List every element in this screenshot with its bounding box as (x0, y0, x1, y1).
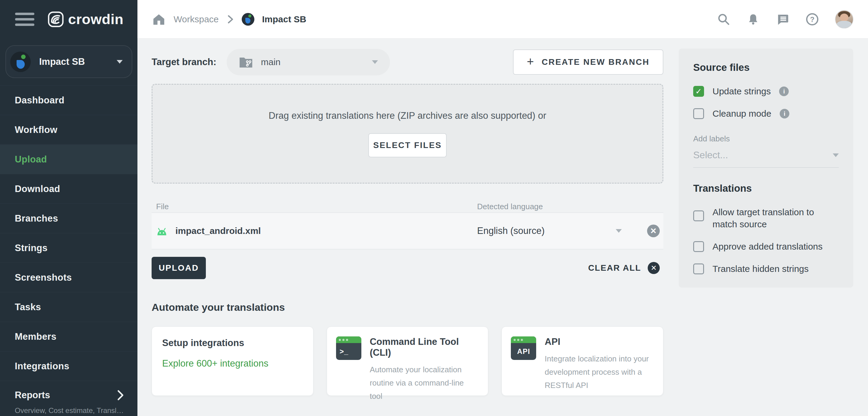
upload-button[interactable]: UPLOAD (152, 257, 206, 279)
files-table-header: File Detected language (152, 201, 663, 212)
branch-folder-icon (239, 56, 253, 68)
sidebar-item-download[interactable]: Download (0, 174, 137, 204)
remove-file-button[interactable]: ✕ (647, 225, 660, 237)
content: Target branch: (137, 38, 868, 416)
clear-all-label: CLEAR ALL (588, 263, 641, 273)
file-name: impact_android.xml (176, 226, 261, 236)
file-cell: impact_android.xml (152, 226, 477, 236)
files-table: File Detected language i (152, 201, 663, 249)
allow-target-match-checkbox[interactable] (693, 210, 704, 221)
sidebar-item-reports[interactable]: Reports Overview, Cost estimate, Transl… (0, 381, 137, 415)
sidebar-item-workflow[interactable]: Workflow (0, 115, 137, 144)
topbar-icons: ? (717, 10, 854, 29)
source-files-title: Source files (693, 62, 839, 73)
cleanup-mode-label: Cleanup mode (712, 108, 771, 120)
sidebar-item-branches[interactable]: Branches (0, 204, 137, 233)
translate-hidden-checkbox[interactable] (693, 264, 704, 274)
cleanup-mode-checkbox[interactable] (693, 108, 704, 119)
crowdin-wordmark: crowdin (68, 11, 124, 27)
app-root: crowdin Impact SB Dashboard Workflow Upl… (0, 0, 868, 416)
explore-integrations-link[interactable]: Explore 600+ integrations (162, 358, 268, 369)
translate-hidden-option: Translate hidden strings (693, 263, 839, 275)
sidebar-item-strings[interactable]: Strings (0, 233, 137, 263)
android-icon (156, 227, 167, 235)
target-branch-label: Target branch: (152, 57, 216, 67)
card-description: Integrate localization into your develop… (545, 352, 653, 392)
cleanup-mode-option: Cleanup mode i (693, 108, 839, 120)
dropzone[interactable]: Drag existing translations here (ZIP arc… (152, 84, 663, 184)
chevron-down-icon (616, 229, 622, 233)
card-setup-integrations[interactable]: Setup integrations Explore 600+ integrat… (152, 326, 313, 396)
target-branch-row: Target branch: (152, 49, 663, 76)
branch-select-value: main (261, 57, 372, 67)
topbar: Workspace Impact SB (137, 0, 868, 38)
menu-icon[interactable] (15, 13, 34, 26)
card-description: Automate your localization routine via a… (370, 363, 478, 403)
breadcrumb-workspace[interactable]: Workspace (174, 14, 219, 24)
sidebar-item-integrations[interactable]: Integrations (0, 351, 137, 381)
close-circle-icon: ✕ (648, 262, 660, 274)
home-icon[interactable] (152, 12, 166, 26)
upload-settings-panel: Source files ✓ Update strings i Cleanup … (679, 49, 853, 288)
translate-hidden-label: Translate hidden strings (712, 263, 809, 275)
labels-select-placeholder: Select... (693, 150, 728, 161)
search-icon[interactable] (717, 12, 731, 26)
chevron-down-icon (117, 60, 123, 64)
allow-target-match-label: Allow target translation to match source (712, 206, 839, 230)
chevron-right-icon (227, 14, 234, 24)
reports-label: Reports (15, 390, 50, 400)
sidebar: crowdin Impact SB Dashboard Workflow Upl… (0, 0, 137, 416)
create-new-branch-button[interactable]: + CREATE NEW BRANCH (513, 50, 663, 75)
question-icon[interactable]: ? (805, 12, 819, 26)
automation-cards: Setup integrations Explore 600+ integrat… (152, 326, 663, 396)
sidebar-item-screenshots[interactable]: Screenshots (0, 263, 137, 292)
breadcrumb: Workspace Impact SB (152, 12, 306, 26)
column-detected-language: Detected language (477, 202, 543, 211)
select-files-button[interactable]: SELECT FILES (368, 133, 447, 157)
sidebar-nav: Dashboard Workflow Upload Download Branc… (0, 85, 137, 416)
bell-icon[interactable] (746, 12, 760, 26)
labels-select[interactable]: Select... (693, 150, 839, 168)
column-file: File (152, 202, 477, 211)
card-title: Setup integrations (162, 338, 303, 349)
approve-added-option: Approve added translations (693, 241, 839, 252)
update-strings-option: ✓ Update strings i (693, 85, 839, 97)
sidebar-item-members[interactable]: Members (0, 322, 137, 351)
sidebar-item-tasks[interactable]: Tasks (0, 292, 137, 322)
automate-title: Automate your translations (152, 301, 663, 313)
breadcrumb-project: Impact SB (262, 14, 307, 24)
project-avatar (10, 52, 31, 72)
approve-added-checkbox[interactable] (693, 241, 704, 252)
clear-all-button[interactable]: CLEAR ALL ✕ (588, 262, 660, 274)
add-labels-label: Add labels (693, 134, 839, 144)
card-title: Command Line Tool (CLI) (370, 336, 479, 358)
table-row: impact_android.xml English (source) ✕ (152, 212, 663, 249)
chat-icon[interactable] (776, 12, 789, 26)
api-window-icon: API (511, 336, 536, 360)
branch-select[interactable]: main (227, 49, 390, 76)
upload-main: Target branch: (152, 49, 663, 416)
chevron-right-icon (116, 389, 124, 401)
svg-text:?: ? (810, 15, 815, 23)
sidebar-item-dashboard[interactable]: Dashboard (0, 85, 137, 115)
project-switcher[interactable]: Impact SB (5, 45, 132, 78)
language-value: English (source) (477, 226, 545, 236)
info-icon[interactable]: i (779, 87, 789, 96)
card-api[interactable]: API API Integrate localization into your… (501, 326, 663, 396)
approve-added-label: Approve added translations (712, 241, 823, 252)
right-column: Workspace Impact SB (137, 0, 868, 416)
chevron-down-icon (372, 60, 378, 64)
update-strings-label: Update strings (712, 85, 771, 97)
info-icon[interactable]: i (780, 109, 789, 118)
card-cli[interactable]: >_ Command Line Tool (CLI) Automate your… (327, 326, 489, 396)
card-title: API (545, 336, 653, 347)
chevron-down-icon (833, 153, 839, 157)
language-select[interactable]: English (source) (477, 226, 622, 236)
breadcrumb-project-icon (242, 13, 254, 26)
create-new-branch-label: CREATE NEW BRANCH (541, 57, 650, 67)
avatar[interactable] (835, 10, 854, 29)
crowdin-logo-icon (48, 11, 64, 27)
sidebar-item-upload[interactable]: Upload (0, 144, 137, 174)
update-strings-checkbox[interactable]: ✓ (693, 86, 704, 97)
dropzone-text: Drag existing translations here (ZIP arc… (269, 110, 546, 121)
